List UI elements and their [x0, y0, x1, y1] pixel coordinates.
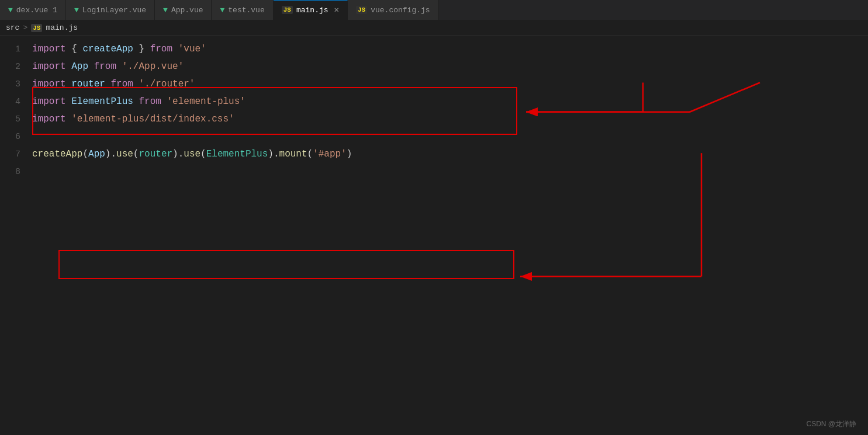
line-content: import router from './router' [32, 75, 868, 93]
line-content: import { createApp } from 'vue' [32, 40, 868, 58]
tab-vue-config[interactable]: JS vue.config.js [348, 0, 439, 20]
code-line-5: 5 import 'element-plus/dist/index.css' [0, 110, 868, 128]
code-line-7: 7 createApp(App).use(router).use(Element… [0, 145, 868, 163]
js-icon: JS [282, 6, 293, 14]
highlight-box-line-7 [58, 250, 514, 279]
js-badge: JS [31, 24, 42, 32]
tab-test-vue[interactable]: ▼ test.vue [212, 0, 273, 20]
code-line-3: 3 import router from './router' [0, 75, 868, 93]
code-line-4: 4 import ElementPlus from 'element-plus' [0, 93, 868, 110]
close-icon[interactable]: ✕ [334, 6, 339, 14]
line-number: 5 [0, 111, 32, 128]
tab-login-layer[interactable]: ▼ LoginLayer.vue [66, 0, 155, 20]
line-content [32, 128, 868, 145]
breadcrumb-sep: > [23, 23, 27, 32]
line-content [32, 163, 868, 180]
tab-label: main.js [296, 6, 328, 15]
code-line-8: 8 [0, 163, 868, 180]
tab-app-vue[interactable]: ▼ App.vue [155, 0, 212, 20]
line-number: 8 [0, 163, 32, 181]
vue-icon: ▼ [8, 6, 13, 15]
line-content: import App from './App.vue' [32, 58, 868, 75]
line-content: import 'element-plus/dist/index.css' [32, 110, 868, 128]
js-icon: JS [356, 6, 367, 14]
line-number: 2 [0, 58, 32, 76]
line-number: 3 [0, 76, 32, 93]
line-content: createApp(App).use(router).use(ElementPl… [32, 145, 868, 163]
tab-label: App.vue [171, 6, 203, 15]
tab-index-vue[interactable]: ▼ dex.vue 1 [0, 0, 66, 20]
vue-icon: ▼ [220, 6, 224, 15]
line-number: 6 [0, 128, 32, 146]
code-line-1: 1 import { createApp } from 'vue' [0, 40, 868, 58]
editor: 1 import { createApp } from 'vue' 2 impo… [0, 36, 868, 435]
tab-label: vue.config.js [371, 6, 430, 15]
tab-label: test.vue [228, 6, 264, 15]
tab-label: LoginLayer.vue [82, 6, 146, 15]
line-number: 7 [0, 146, 32, 163]
vue-icon: ▼ [163, 6, 168, 15]
code-line-2: 2 import App from './App.vue' [0, 58, 868, 75]
tab-label: dex.vue 1 [16, 6, 57, 15]
vue-icon: ▼ [74, 6, 79, 15]
breadcrumb: src > JS main.js [0, 20, 868, 36]
code-line-6: 6 [0, 128, 868, 145]
breadcrumb-file: main.js [46, 23, 78, 32]
tab-bar: ▼ dex.vue 1 ▼ LoginLayer.vue ▼ App.vue ▼… [0, 0, 868, 20]
tab-main-js[interactable]: JS main.js ✕ [274, 0, 348, 20]
breadcrumb-src: src [6, 23, 19, 32]
watermark: CSDN @龙洋静 [806, 419, 856, 429]
line-number: 1 [0, 41, 32, 58]
line-number: 4 [0, 93, 32, 111]
line-content: import ElementPlus from 'element-plus' [32, 93, 868, 110]
